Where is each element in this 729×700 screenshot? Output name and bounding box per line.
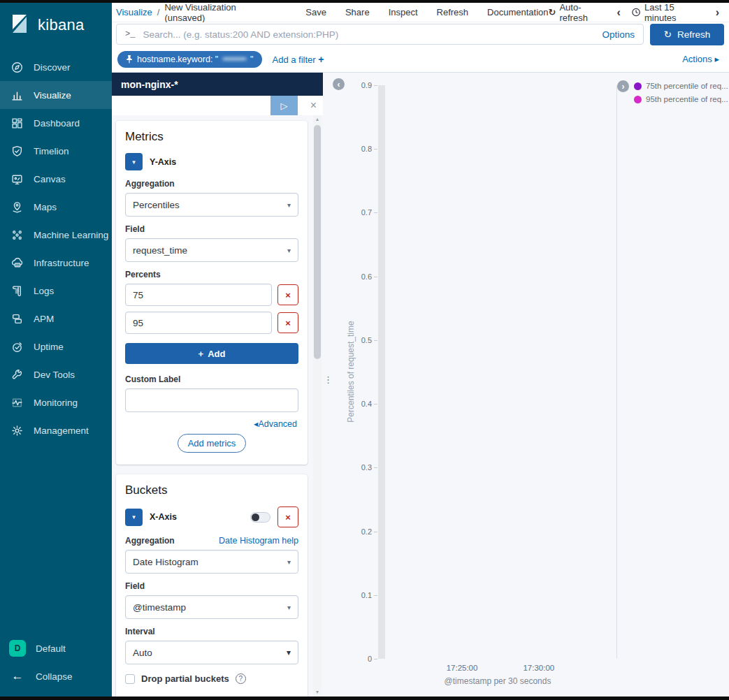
filter-pill-value-redacted: •••••••••• (222, 54, 246, 64)
add-percent-button[interactable]: +Add (125, 343, 298, 364)
discover-icon (10, 61, 23, 73)
add-metrics-button[interactable]: Add metrics (178, 434, 247, 453)
machine-learning-icon (10, 228, 23, 241)
top-menu-item-share[interactable]: Share (345, 7, 370, 17)
sidebar-item-label: Canvas (34, 174, 66, 184)
infrastructure-icon (10, 256, 23, 269)
y-tick-label: 0.3 (341, 463, 372, 472)
clock-icon (632, 8, 640, 17)
space-label: Default (36, 643, 66, 654)
custom-label-input[interactable] (125, 388, 298, 412)
bucket-aggregation-select[interactable]: Date Histogram ▾ (125, 550, 298, 574)
top-menu-item-inspect[interactable]: Inspect (389, 7, 418, 17)
legend-item-95th[interactable]: 95th percentile of req... (634, 95, 728, 103)
chevron-down-icon: ▾ (287, 558, 291, 566)
time-forward-button[interactable]: › (716, 6, 719, 19)
help-icon[interactable]: ? (236, 673, 246, 684)
sidebar-item-default-space[interactable]: D Default (0, 634, 112, 662)
search-input[interactable]: >_ Search... (e.g. status:200 AND extens… (116, 24, 644, 45)
index-pattern-header: mon-nginx-* (112, 73, 323, 96)
sidebar-item-label: Infrastructure (34, 258, 89, 268)
y-tick-label: 0.9 (341, 81, 372, 89)
breadcrumb-current: New Visualization (unsaved) (164, 2, 273, 23)
sidebar-collapse-button[interactable]: ← Collapse (0, 662, 112, 690)
x-tick-label: 17:30:00 (514, 664, 563, 672)
breadcrumb-section[interactable]: Visualize (116, 7, 152, 17)
add-button-label: Add (208, 349, 225, 359)
auto-refresh-label: Auto-refresh (559, 2, 605, 23)
x-axis-collapse-button[interactable]: ▾ (125, 509, 143, 526)
y-axis-label: Y-Axis (150, 157, 176, 167)
percent-input-1[interactable]: 95 (125, 312, 272, 334)
auto-refresh-button[interactable]: ↻ Auto-refresh (549, 2, 606, 23)
refresh-button-label: Refresh (677, 29, 710, 40)
sidebar-item-management[interactable]: Management (0, 416, 112, 444)
add-filter-button[interactable]: Add a filter + (273, 54, 324, 65)
filter-actions-button[interactable]: Actions ▸ (682, 54, 719, 64)
kibana-logo[interactable]: kibana (0, 0, 112, 49)
aggregation-select[interactable]: Percentiles ▾ (125, 193, 298, 217)
sidebar-item-timelion[interactable]: Timelion (0, 137, 112, 165)
x-icon: × (285, 512, 291, 523)
scroll-down-arrow-icon[interactable]: ▾ (313, 688, 322, 697)
y-axis-collapse-button[interactable]: ▾ (125, 153, 143, 170)
legend-toggle-button[interactable]: › (617, 80, 629, 92)
bucket-field-select[interactable]: @timestamp ▾ (125, 595, 298, 619)
remove-percent-button-1[interactable]: × (277, 312, 298, 333)
sidebar-item-logs[interactable]: Logs (0, 277, 112, 305)
sidebar-item-monitoring[interactable]: Monitoring (0, 388, 112, 416)
apply-changes-button[interactable]: ▷ (270, 96, 298, 115)
sidebar-item-canvas[interactable]: Canvas (0, 165, 112, 193)
legend-item-75th[interactable]: 75th percentile of req... (634, 82, 728, 90)
discard-changes-button[interactable]: × (310, 99, 317, 112)
legend-color-dot (634, 96, 642, 103)
sidebar-item-apm[interactable]: APM (0, 305, 112, 333)
interval-select[interactable]: Auto ▾ (125, 641, 298, 664)
query-options-link[interactable]: Options (602, 29, 635, 40)
sidebar-item-label: Dashboard (34, 118, 80, 129)
sidebar-item-infrastructure[interactable]: Infrastructure (0, 249, 112, 277)
remove-percent-button-0[interactable]: × (277, 284, 298, 305)
panel-resize-handle[interactable]: ⋮ (324, 378, 333, 382)
drop-partial-buckets-checkbox[interactable] (125, 674, 135, 684)
scroll-up-arrow-icon[interactable]: ▴ (313, 115, 322, 124)
sidebar-item-label: Visualize (34, 90, 71, 101)
chevron-down-icon: ▾ (287, 604, 291, 611)
sidebar-item-discover[interactable]: Discover (0, 53, 112, 81)
sidebar-item-uptime[interactable]: Uptime (0, 333, 112, 360)
sidebar-item-label: Logs (34, 286, 54, 296)
top-menu-item-documentation[interactable]: Documentation (487, 7, 548, 17)
aggregation-label: Aggregation (125, 179, 298, 189)
advanced-toggle[interactable]: ◂Advanced (127, 418, 297, 429)
remove-x-axis-button[interactable]: × (277, 506, 298, 527)
refresh-button[interactable]: ↻ Refresh (650, 24, 724, 45)
sidebar-item-visualize[interactable]: Visualize (0, 81, 112, 109)
legend-color-dot (634, 82, 642, 90)
sidebar: kibana DiscoverVisualizeDashboardTimelio… (0, 0, 112, 700)
editor-scrollbar[interactable]: ▴ ▾ (313, 115, 322, 697)
top-menu-item-save[interactable]: Save (305, 7, 326, 17)
top-menu-item-refresh[interactable]: Refresh (437, 7, 469, 17)
time-back-button[interactable]: ‹ (617, 6, 621, 19)
date-histogram-help-link[interactable]: Date Histogram help (219, 536, 298, 546)
filter-pill-hostname[interactable]: hostname.keyword: "••••••••••" (117, 51, 262, 68)
partial-bucket-endzone (378, 85, 385, 659)
sidebar-item-label: Uptime (34, 342, 64, 352)
field-select[interactable]: request_time ▾ (125, 238, 298, 262)
x-axis-enable-toggle[interactable] (250, 512, 270, 523)
actions-label: Actions (682, 54, 712, 64)
y-tick-label: 0.2 (341, 527, 372, 536)
percent-input-0[interactable]: 75 (125, 284, 272, 306)
y-tick-mark (374, 212, 377, 213)
time-range-picker[interactable]: Last 15 minutes (632, 2, 705, 23)
chevron-down-icon: ▾ (287, 201, 291, 209)
query-prompt-icon: >_ (125, 29, 135, 39)
sidebar-item-dashboard[interactable]: Dashboard (0, 109, 112, 137)
visualize-icon (10, 89, 23, 101)
sidebar-item-maps[interactable]: Maps (0, 193, 112, 221)
add-filter-label: Add a filter (273, 54, 316, 65)
sidebar-item-dev-tools[interactable]: Dev Tools (0, 360, 112, 388)
sidebar-item-machine-learning[interactable]: Machine Learning (0, 221, 112, 249)
percent-rows: 75×95× (125, 284, 298, 334)
scrollbar-thumb[interactable] (314, 125, 321, 359)
